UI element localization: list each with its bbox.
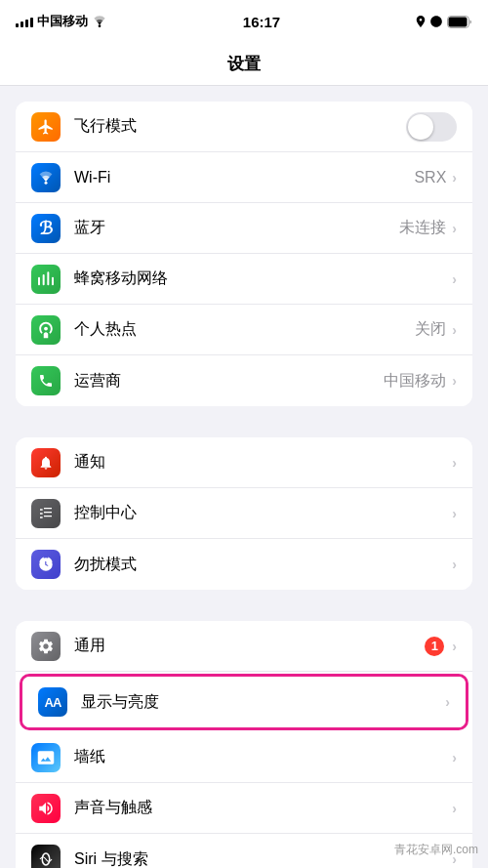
- control-chevron: ›: [452, 506, 457, 521]
- carrier-value: 中国移动: [384, 371, 446, 392]
- wifi-chevron: ›: [452, 170, 457, 186]
- carrier-label: 运营商: [74, 371, 384, 392]
- display-label: 显示与亮度: [81, 692, 445, 713]
- notification-icon: [31, 448, 61, 477]
- status-time: 16:17: [243, 14, 280, 30]
- donotdisturb-label: 勿扰模式: [74, 555, 452, 575]
- display-icon: AA: [38, 687, 67, 717]
- row-airplane[interactable]: 飞行模式: [16, 102, 472, 152]
- spacer-2: [0, 590, 488, 605]
- control-label: 控制中心: [74, 503, 452, 523]
- row-display[interactable]: AA 显示与亮度 ›: [22, 677, 466, 727]
- row-hotspot[interactable]: 个人热点 关闭 ›: [16, 305, 472, 355]
- status-bar: 中国移动 16:17: [0, 0, 488, 43]
- status-left: 中国移动: [16, 13, 107, 30]
- row-bluetooth[interactable]: ℬ 蓝牙 未连接 ›: [16, 203, 472, 254]
- donotdisturb-icon: [31, 550, 61, 579]
- donotdisturb-chevron: ›: [452, 557, 457, 572]
- row-wifi[interactable]: Wi-Fi SRX ›: [16, 152, 472, 203]
- wifi-value: SRX: [414, 169, 446, 186]
- display-chevron: ›: [445, 694, 450, 710]
- wallpaper-chevron: ›: [452, 750, 457, 765]
- notification-chevron: ›: [452, 455, 457, 471]
- svg-point-0: [99, 24, 102, 27]
- wifi-label: Wi-Fi: [74, 169, 414, 186]
- cellular-label: 蜂窝移动网络: [74, 269, 452, 289]
- row-sound[interactable]: 声音与触感 ›: [16, 783, 472, 834]
- airplane-toggle[interactable]: [406, 112, 457, 142]
- row-wallpaper[interactable]: 墙纸 ›: [16, 732, 472, 783]
- svg-rect-2: [449, 17, 468, 26]
- bluetooth-label: 蓝牙: [74, 218, 399, 238]
- carrier-label: 中国移动: [37, 13, 88, 30]
- location-icon: [416, 16, 426, 27]
- cellular-icon: [31, 265, 61, 294]
- bluetooth-icon: ℬ: [31, 214, 61, 243]
- hotspot-label: 个人热点: [74, 319, 415, 340]
- hotspot-icon: [31, 315, 61, 345]
- battery-icon: [447, 16, 472, 28]
- airplane-label: 飞行模式: [74, 116, 406, 137]
- bluetooth-chevron: ›: [452, 221, 457, 236]
- cellular-chevron: ›: [452, 271, 457, 287]
- sound-icon: [31, 794, 61, 823]
- notification-label: 通知: [74, 452, 452, 473]
- spacer-1: [0, 406, 488, 422]
- section-system: 通用 1 › AA 显示与亮度 › 墙纸 › 声音与触感 ›: [16, 621, 472, 868]
- watermark: 青花安卓网.com: [394, 842, 478, 858]
- wallpaper-label: 墙纸: [74, 747, 452, 767]
- row-notification[interactable]: 通知 ›: [16, 437, 472, 488]
- row-display-highlight-container: AA 显示与亮度 ›: [20, 674, 468, 730]
- nav-bar: 设置: [0, 43, 488, 86]
- general-badge: 1: [425, 637, 444, 656]
- bluetooth-value: 未连接: [399, 218, 446, 238]
- general-chevron: ›: [452, 639, 457, 654]
- siri-icon: [31, 845, 61, 868]
- general-icon: [31, 632, 61, 661]
- signal-icon: [16, 16, 33, 27]
- wifi-status-icon: [92, 16, 107, 27]
- row-cellular[interactable]: 蜂窝移动网络 ›: [16, 254, 472, 305]
- sound-label: 声音与触感: [74, 798, 452, 818]
- row-control[interactable]: 控制中心 ›: [16, 488, 472, 539]
- wifi-icon: [31, 163, 61, 192]
- section-notifications: 通知 › 控制中心 › 勿扰模式 ›: [16, 437, 472, 590]
- svg-point-3: [45, 181, 48, 184]
- control-icon: [31, 499, 61, 528]
- row-carrier[interactable]: 运营商 中国移动 ›: [16, 355, 472, 406]
- nav-title: 设置: [227, 53, 261, 75]
- section-connectivity: 飞行模式 Wi-Fi SRX › ℬ 蓝牙 未连接 ›: [16, 102, 472, 406]
- row-donotdisturb[interactable]: 勿扰模式 ›: [16, 539, 472, 590]
- hotspot-chevron: ›: [452, 322, 457, 338]
- airplane-icon: [31, 112, 61, 142]
- row-general[interactable]: 通用 1 ›: [16, 621, 472, 672]
- carrier-chevron: ›: [452, 373, 457, 389]
- alarm-icon: [429, 15, 443, 28]
- general-label: 通用: [74, 636, 425, 656]
- status-right: [416, 15, 472, 28]
- sound-chevron: ›: [452, 801, 457, 816]
- svg-point-4: [44, 326, 48, 330]
- carrier-icon: [31, 366, 61, 395]
- settings-container: 飞行模式 Wi-Fi SRX › ℬ 蓝牙 未连接 ›: [0, 86, 488, 868]
- wallpaper-icon: [31, 743, 61, 772]
- hotspot-value: 关闭: [415, 319, 446, 340]
